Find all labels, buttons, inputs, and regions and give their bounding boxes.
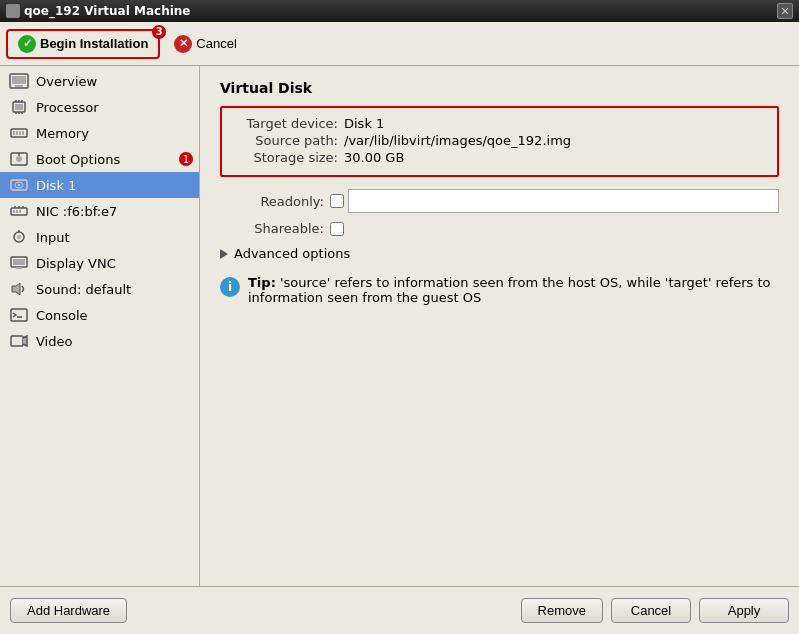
sidebar-item-nic[interactable]: NIC :f6:bf:e7	[0, 198, 199, 224]
remove-button[interactable]: Remove	[521, 598, 603, 623]
shareable-checkbox[interactable]	[330, 222, 344, 236]
svg-rect-23	[13, 210, 15, 213]
tip-content: 'source' refers to information seen from…	[248, 275, 771, 305]
storage-size-label: Storage size:	[234, 150, 344, 165]
advanced-options-row[interactable]: Advanced options	[220, 244, 779, 263]
overview-icon	[8, 72, 30, 90]
shareable-row: Shareable:	[220, 221, 779, 236]
storage-size-value: 30.00 GB	[344, 150, 404, 165]
sidebar-label-disk1: Disk 1	[36, 178, 76, 193]
add-hardware-button[interactable]: Add Hardware	[10, 598, 127, 623]
source-path-row: Source path: /var/lib/libvirt/images/qoe…	[234, 133, 765, 148]
titlebar: qoe_192 Virtual Machine ✕	[0, 0, 799, 22]
svg-rect-24	[16, 210, 18, 213]
advanced-options-label: Advanced options	[234, 246, 350, 261]
sidebar-item-console[interactable]: Console	[0, 302, 199, 328]
content-area: Virtual Disk Target device: Disk 1 Sourc…	[200, 66, 799, 586]
cancel-icon: ✕	[174, 35, 192, 53]
info-icon: i	[220, 277, 240, 297]
begin-installation-button[interactable]: ✓ Begin Installation	[6, 29, 160, 59]
apply-button[interactable]: Apply	[699, 598, 789, 623]
cancel-toolbar-label: Cancel	[196, 36, 236, 51]
target-device-row: Target device: Disk 1	[234, 116, 765, 131]
svg-point-17	[16, 156, 22, 162]
svg-rect-39	[11, 336, 23, 346]
svg-marker-36	[12, 283, 20, 295]
begin-installation-label: Begin Installation	[40, 36, 148, 51]
sidebar-item-processor[interactable]: Processor	[0, 94, 199, 120]
sidebar-label-video: Video	[36, 334, 72, 349]
sidebar-item-video[interactable]: Video	[0, 328, 199, 354]
sidebar-item-memory[interactable]: Memory	[0, 120, 199, 146]
toolbar: ✓ Begin Installation 3 ✕ Cancel	[0, 22, 799, 66]
triangle-icon	[220, 249, 228, 259]
sidebar-label-console: Console	[36, 308, 88, 323]
cancel-toolbar-button[interactable]: ✕ Cancel	[164, 31, 246, 57]
svg-rect-25	[19, 210, 21, 213]
sidebar-item-overview[interactable]: Overview	[0, 68, 199, 94]
disk-icon	[8, 176, 30, 194]
nic-icon	[8, 202, 30, 220]
sidebar-label-nic: NIC :f6:bf:e7	[36, 204, 117, 219]
tip-text: Tip: 'source' refers to information seen…	[248, 275, 779, 305]
sidebar-label-display: Display VNC	[36, 256, 116, 271]
disk-info-box: Target device: Disk 1 Source path: /var/…	[220, 106, 779, 177]
source-path-value: /var/lib/libvirt/images/qoe_192.img	[344, 133, 571, 148]
sidebar-label-input: Input	[36, 230, 70, 245]
app-icon	[6, 4, 20, 18]
boot-badge: 1	[179, 152, 193, 166]
source-path-label: Source path:	[234, 133, 344, 148]
bottom-right-buttons: Remove Cancel Apply	[521, 598, 789, 623]
sidebar-item-display-vnc[interactable]: Display VNC	[0, 250, 199, 276]
svg-point-30	[17, 235, 21, 239]
svg-rect-34	[16, 267, 22, 269]
svg-rect-33	[13, 259, 25, 265]
svg-rect-1	[12, 76, 26, 84]
svg-rect-37	[11, 309, 27, 321]
svg-point-21	[18, 184, 20, 186]
target-device-label: Target device:	[234, 116, 344, 131]
sidebar-label-overview: Overview	[36, 74, 97, 89]
sidebar-label-boot: Boot Options	[36, 152, 120, 167]
sidebar-item-sound[interactable]: Sound: default	[0, 276, 199, 302]
console-icon	[8, 306, 30, 324]
readonly-label: Readonly:	[220, 194, 330, 209]
svg-rect-4	[15, 104, 23, 110]
tip-label: Tip:	[248, 275, 276, 290]
sidebar-label-processor: Processor	[36, 100, 99, 115]
svg-rect-2	[15, 85, 23, 87]
storage-size-row: Storage size: 30.00 GB	[234, 150, 765, 165]
sound-icon	[8, 280, 30, 298]
window-title: qoe_192 Virtual Machine	[24, 4, 190, 18]
bottom-bar: Add Hardware Remove Cancel Apply	[0, 586, 799, 634]
cancel-button[interactable]: Cancel	[611, 598, 691, 623]
svg-rect-13	[16, 131, 18, 135]
titlebar-left: qoe_192 Virtual Machine	[6, 4, 190, 18]
sidebar-label-sound: Sound: default	[36, 282, 131, 297]
video-icon	[8, 332, 30, 350]
memory-icon	[8, 124, 30, 142]
input-icon	[8, 228, 30, 246]
svg-rect-12	[13, 131, 15, 135]
target-device-value: Disk 1	[344, 116, 384, 131]
boot-icon	[8, 150, 30, 168]
tip-box: i Tip: 'source' refers to information se…	[220, 275, 779, 305]
begin-installation-wrap: ✓ Begin Installation 3	[6, 29, 160, 59]
readonly-row: Readonly:	[220, 189, 779, 213]
sidebar-label-memory: Memory	[36, 126, 89, 141]
sidebar-item-input[interactable]: Input	[0, 224, 199, 250]
processor-icon	[8, 98, 30, 116]
check-icon: ✓	[18, 35, 36, 53]
section-title: Virtual Disk	[220, 80, 779, 96]
begin-installation-badge: 3	[152, 25, 166, 39]
window-close-button[interactable]: ✕	[777, 3, 793, 19]
sidebar: Overview Processor Memory Boot Options 1	[0, 66, 200, 586]
display-icon	[8, 254, 30, 272]
svg-rect-15	[22, 131, 24, 135]
shareable-label: Shareable:	[220, 221, 330, 236]
svg-rect-14	[19, 131, 21, 135]
sidebar-item-boot-options[interactable]: Boot Options 1	[0, 146, 199, 172]
main-content: Overview Processor Memory Boot Options 1	[0, 66, 799, 586]
sidebar-item-disk1[interactable]: Disk 1	[0, 172, 199, 198]
readonly-checkbox[interactable]	[330, 194, 344, 208]
